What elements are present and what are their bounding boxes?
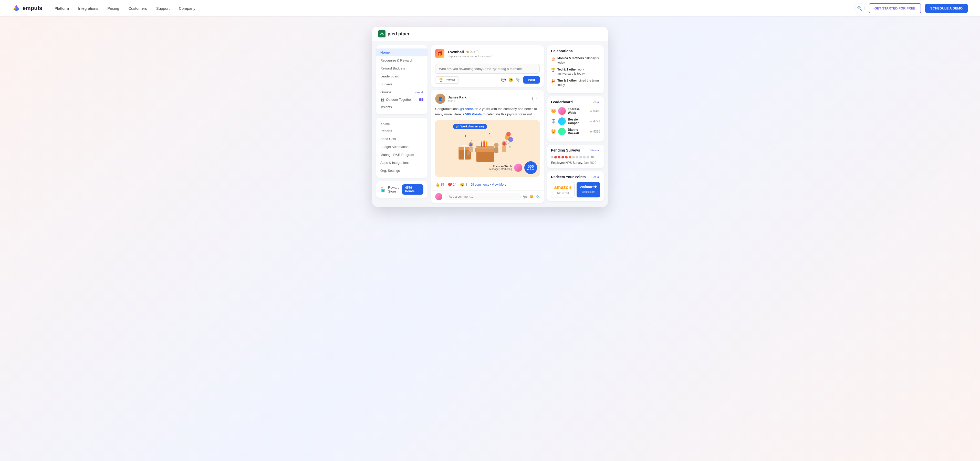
nav-customers[interactable]: Customers (128, 6, 147, 11)
svg-rect-8 (481, 142, 482, 147)
dot-2[interactable] (558, 156, 560, 158)
svg-rect-5 (476, 150, 494, 161)
sidebar: Home Recognize & Reward Reward Budgets L… (376, 45, 428, 203)
anniversary-icon: 🏆 (551, 68, 555, 73)
walmart-add-to-cart[interactable]: Add to cart (579, 190, 597, 193)
lb-name-3: Dianne Russell (568, 128, 588, 135)
amazon-add-to-cart[interactable]: Add to cart (554, 192, 572, 195)
dot-6[interactable] (572, 156, 575, 158)
lb-name-2: Bessie Cooper (568, 118, 588, 125)
view-more-link[interactable]: View More (492, 183, 506, 187)
leaderboard-card: Leaderboard See all 👑 Theresa Webb ★ 531… (547, 96, 604, 142)
sidebar-group-outdoor[interactable]: 👥 Outdoor Together 8 (376, 96, 428, 103)
sidebar-item-budget-automation[interactable]: Budget Automation (376, 143, 428, 151)
nav-support[interactable]: Support (156, 6, 170, 11)
comment-user-avatar (435, 193, 442, 200)
celebration-birthday-text: Monica & 3 others birthday is today (557, 56, 600, 65)
sidebar-item-manage-rnr[interactable]: Manage R&R Program (376, 151, 428, 159)
dot-8[interactable] (579, 156, 582, 158)
schedule-demo-button[interactable]: SCHEDULE A DEMO (925, 4, 968, 13)
sidebar-item-recognize[interactable]: Recognize & Reward (376, 56, 428, 64)
dot-10[interactable] (587, 156, 589, 158)
dot-7[interactable] (576, 156, 578, 158)
sidebar-admin-header: ADMIN (376, 121, 428, 127)
reaction-smile[interactable]: 😊 8 (460, 183, 467, 187)
sidebar-item-org-settings[interactable]: Org. Settings (376, 167, 428, 175)
sidebar-item-reports[interactable]: Reports (376, 127, 428, 135)
comment-icon[interactable]: 💬 (501, 78, 506, 82)
comment-attach-icon[interactable]: 📎 (536, 195, 540, 198)
dot-5[interactable] (569, 156, 571, 158)
svg-rect-20 (502, 146, 506, 152)
sidebar-item-reward-budgets[interactable]: Reward Budgets (376, 64, 428, 72)
rank-icon-3: 👑 (551, 129, 556, 134)
attach-icon[interactable]: 📎 (516, 78, 521, 82)
share-icon[interactable]: ⬆ (531, 97, 534, 101)
celebration-joined-text: Tim & 2 other joined the team today (557, 78, 600, 87)
post-author-avatar: 👤 (435, 94, 445, 104)
reward-store-bar[interactable]: 🏪 Reward Store 4579 Points (376, 181, 428, 198)
get-started-button[interactable]: GET STARTED FOR FREE (869, 3, 921, 13)
birthday-icon: 🎂 (551, 56, 555, 62)
sidebar-see-all[interactable]: see all (415, 91, 423, 94)
sidebar-item-insights[interactable]: Insights (376, 103, 428, 111)
walmart-logo: Walmart★ (579, 185, 597, 189)
comment-reaction-icon[interactable]: 😊 (530, 195, 533, 198)
points-label: Points (527, 168, 534, 171)
reaction-heart[interactable]: ❤️ 24 (447, 183, 456, 187)
poster-avatar (514, 164, 522, 172)
svg-point-13 (486, 141, 487, 142)
points-number: 500 (528, 164, 533, 168)
dot-1[interactable] (554, 156, 557, 158)
post-actions: 🏆 Reward 💬 😊 📎 Post (435, 76, 540, 84)
comments-link[interactable]: 99 comments • View More (471, 183, 540, 187)
nav-pricing[interactable]: Pricing (107, 6, 119, 11)
sidebar-item-send-gifts[interactable]: Send Gifts (376, 135, 428, 143)
celebrations-header: Celebrations (551, 49, 600, 53)
search-button[interactable]: 🔍 (854, 3, 865, 13)
surveys-header: Pending Surveys View all (551, 148, 600, 152)
logo[interactable]: empuls (12, 4, 42, 12)
sidebar-item-home[interactable]: Home (376, 48, 428, 56)
nav-integrations[interactable]: Integrations (78, 6, 98, 11)
lb-avatar-1 (558, 107, 566, 115)
app-company-name: pied piper (388, 31, 410, 37)
sidebar-item-leaderboard[interactable]: Leaderboard (376, 72, 428, 80)
sidebar-item-surveys[interactable]: Surveys (376, 80, 428, 88)
sidebar-item-apps-integrations[interactable]: Apps & Integrations (376, 159, 428, 167)
joined-names: Tim & 2 other (557, 79, 577, 82)
reward-store-icon: 🏪 (380, 187, 385, 192)
redeem-item-walmart: Walmart★ Add to cart (577, 182, 600, 198)
emoji-icon[interactable]: 😊 (508, 78, 513, 82)
redeem-see-all[interactable]: See all (592, 175, 600, 179)
reward-button[interactable]: 🏆 Reward (435, 77, 459, 84)
reaction-count-2: 24 (453, 183, 456, 187)
comment-input[interactable] (445, 193, 521, 200)
reaction-thumbs-up[interactable]: 👍 15 (435, 183, 444, 187)
post-input[interactable] (435, 64, 540, 73)
badge-icon: 🎉 (456, 125, 459, 128)
comment-emoji-icon[interactable]: 💬 (523, 195, 527, 198)
points-circle: 500 Points (524, 161, 537, 174)
feed-post-card: 👤 James Park Mar 5 ⬆ ⋯ (431, 90, 544, 203)
main-feed: 🎁 Townhall 🤝 293 ⓘ Happiness is a virtue… (431, 45, 544, 203)
dot-9[interactable] (583, 156, 585, 158)
nav-platform[interactable]: Platform (54, 6, 69, 11)
post-action-icons: ⬆ ⋯ (531, 97, 540, 101)
smile-icon: 😊 (460, 183, 465, 187)
more-icon[interactable]: ⋯ (536, 97, 540, 101)
redeem-header: Redeem Your Points See all (551, 175, 600, 179)
surveys-view-all[interactable]: View all (590, 149, 600, 152)
dot-4[interactable] (565, 156, 568, 158)
svg-point-23 (508, 137, 513, 142)
townhall-title-row: Townhall 🤝 293 ⓘ (447, 50, 540, 54)
dot-3[interactable] (562, 156, 564, 158)
post-button[interactable]: Post (523, 76, 540, 84)
leaderboard-see-all[interactable]: See all (592, 100, 600, 104)
comment-area: 💬 😊 📎 (431, 190, 544, 203)
post-points: 500 Points (465, 112, 482, 116)
nav-company[interactable]: Company (179, 6, 195, 11)
empuls-logo-icon (12, 4, 21, 12)
post-author-name: James Park (448, 96, 528, 99)
svg-point-27 (494, 143, 498, 147)
